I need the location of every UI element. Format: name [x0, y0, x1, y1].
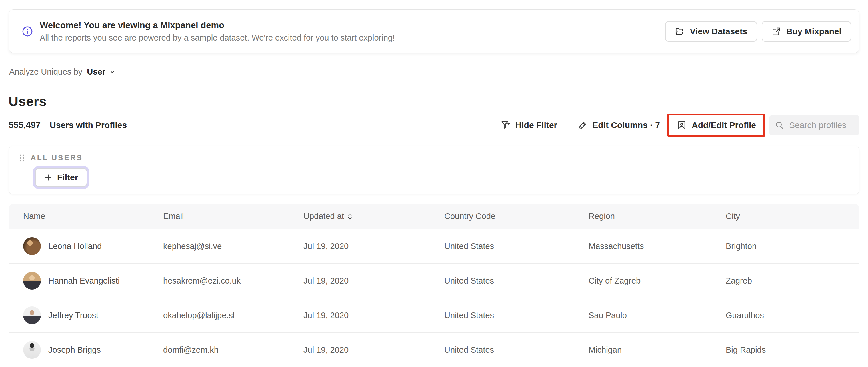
profile-count: 555,497: [8, 120, 40, 130]
edit-columns-button[interactable]: Edit Columns · 7: [578, 120, 660, 130]
search-profiles-box[interactable]: [769, 115, 860, 135]
column-header-region[interactable]: Region: [589, 212, 726, 221]
info-circle-icon: [22, 26, 33, 37]
profile-badge-icon: [677, 120, 687, 130]
hide-filter-button[interactable]: Hide Filter: [500, 120, 557, 130]
user-updated-at: Jul 19, 2020: [303, 276, 444, 285]
user-email: okahelop@lalijpe.sl: [163, 311, 303, 320]
user-city: Guarulhos: [726, 311, 859, 320]
user-country-code: United States: [444, 311, 589, 320]
user-region: Sao Paulo: [589, 311, 726, 320]
table-row[interactable]: Leona Holland kephesaj@si.ve Jul 19, 202…: [9, 229, 859, 264]
user-name: Jeffrey Troost: [48, 311, 98, 320]
external-link-icon: [771, 27, 781, 36]
pencil-icon: [578, 120, 587, 130]
user-country-code: United States: [444, 276, 589, 285]
avatar: [23, 237, 41, 255]
banner-title: Welcome! You are viewing a Mixpanel demo: [40, 20, 395, 31]
user-country-code: United States: [444, 345, 589, 355]
add-filter-button[interactable]: Filter: [35, 168, 87, 187]
profile-count-label: Users with Profiles: [50, 120, 127, 130]
add-edit-profile-label: Add/Edit Profile: [692, 120, 756, 130]
user-region: City of Zagreb: [589, 276, 726, 285]
user-city: Big Rapids: [726, 345, 859, 355]
view-datasets-button[interactable]: View Datasets: [665, 21, 757, 42]
filter-group-label: ALL USERS: [31, 153, 83, 162]
banner-subtitle: All the reports you see are powered by a…: [40, 33, 395, 43]
table-row[interactable]: Joseph Briggs domfi@zem.kh Jul 19, 2020 …: [9, 333, 859, 367]
user-name: Hannah Evangelisti: [48, 276, 120, 285]
column-header-country-code[interactable]: Country Code: [444, 212, 589, 221]
avatar: [23, 306, 41, 324]
add-edit-profile-button[interactable]: Add/Edit Profile: [677, 120, 756, 130]
column-header-city[interactable]: City: [726, 212, 859, 221]
view-datasets-label: View Datasets: [690, 27, 747, 36]
user-city: Zagreb: [726, 276, 859, 285]
user-updated-at: Jul 19, 2020: [303, 345, 444, 355]
analyze-uniques-label: Analyze Uniques by: [9, 67, 82, 77]
search-icon: [775, 121, 784, 130]
buy-mixpanel-button[interactable]: Buy Mixpanel: [762, 21, 851, 42]
folder-icon: [675, 27, 685, 36]
hide-filter-label: Hide Filter: [516, 120, 557, 130]
table-row[interactable]: Jeffrey Troost okahelop@lalijpe.sl Jul 1…: [9, 298, 859, 333]
user-region: Michigan: [589, 345, 726, 355]
user-name: Leona Holland: [48, 242, 102, 251]
plus-icon: [44, 174, 52, 182]
avatar: [23, 341, 41, 359]
user-email: domfi@zem.kh: [163, 345, 303, 355]
user-email: hesakrem@ezi.co.uk: [163, 276, 303, 285]
add-edit-profile-highlight: Add/Edit Profile: [668, 114, 765, 136]
filter-panel: ALL USERS Filter: [8, 146, 860, 194]
user-updated-at: Jul 19, 2020: [303, 242, 444, 251]
welcome-banner: Welcome! You are viewing a Mixpanel demo…: [8, 9, 860, 53]
users-table: Name Email Updated at Country Code Regio…: [8, 204, 860, 367]
sort-icon: [347, 212, 352, 220]
column-header-email[interactable]: Email: [163, 212, 303, 221]
user-name: Joseph Briggs: [48, 345, 101, 355]
user-updated-at: Jul 19, 2020: [303, 311, 444, 320]
user-region: Massachusetts: [589, 242, 726, 251]
user-country-code: United States: [444, 242, 589, 251]
column-header-name[interactable]: Name: [23, 212, 163, 221]
search-profiles-input[interactable]: [788, 120, 854, 130]
page-title: Users: [8, 93, 46, 109]
user-city: Brighton: [726, 242, 859, 251]
analyze-uniques-bar: Analyze Uniques by User: [9, 66, 116, 78]
add-filter-label: Filter: [57, 173, 78, 182]
chevron-down-icon[interactable]: [109, 68, 116, 75]
buy-mixpanel-label: Buy Mixpanel: [786, 27, 841, 36]
funnel-plus-icon: [500, 120, 510, 130]
user-email: kephesaj@si.ve: [163, 242, 303, 251]
column-header-updated-at[interactable]: Updated at: [303, 212, 444, 221]
drag-handle-icon[interactable]: [19, 154, 25, 162]
table-row[interactable]: Hannah Evangelisti hesakrem@ezi.co.uk Ju…: [9, 264, 859, 298]
table-header-row: Name Email Updated at Country Code Regio…: [9, 204, 859, 229]
edit-columns-label: Edit Columns · 7: [592, 120, 660, 130]
analyze-by-dropdown[interactable]: User: [87, 67, 105, 77]
avatar: [23, 272, 41, 289]
